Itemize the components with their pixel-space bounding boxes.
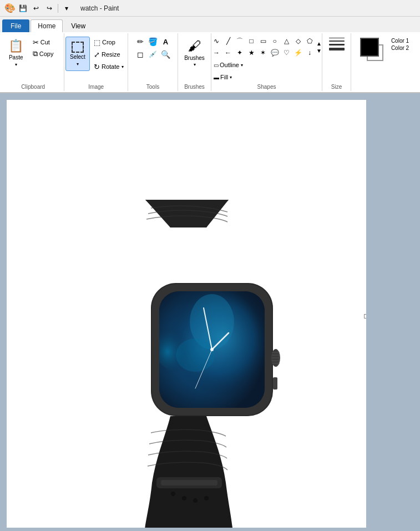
rotate-arrow: ▾ [122,64,124,69]
text-tool[interactable]: A [160,36,172,48]
size-line-1 [329,38,345,38]
svg-rect-22 [161,480,217,486]
color-picker-tool[interactable]: 💉 [147,48,159,60]
brushes-button[interactable]: 🖌 Brushes ▾ [182,36,208,70]
shape-down-arrow[interactable]: ↓ [304,47,315,58]
shapes-label: Shapes [257,84,276,91]
outline-fill-group: ▭ Outline ▾ ▬ Fill ▾ [211,59,246,83]
outline-icon: ▭ [214,62,219,68]
shape-rect[interactable]: □ [246,36,257,47]
resize-button[interactable]: ⤢ Resize [91,49,126,60]
rotate-icon: ↻ [94,63,100,71]
color-labels: Color 1 Color 2 [391,38,409,51]
svg-point-8 [176,338,215,372]
shape-curve[interactable]: ∿ [211,36,222,47]
magnify-tool[interactable]: 🔍 [160,48,172,60]
fill-tool[interactable]: 🪣 [147,36,159,48]
shapes-scroll-arrow[interactable]: ▲ ▼ [316,40,322,54]
tools-grid: ✏ 🪣 A ◻ 💉 🔍 [134,36,172,60]
resize-handle-right[interactable] [364,314,366,318]
resize-label: Resize [102,51,120,58]
crop-label: Crop [102,39,115,45]
tab-file[interactable]: File [2,19,29,32]
color1-swatch[interactable] [360,38,379,57]
shape-arc[interactable]: ⌒ [234,36,245,47]
shape-heart[interactable]: ♡ [281,47,292,58]
size-label: Size [331,84,342,91]
fill-arrow: ▾ [230,75,232,80]
shape-lightning[interactable]: ⚡ [292,47,303,58]
svg-point-26 [204,496,209,500]
size-selector[interactable] [327,36,347,53]
shape-ellipse[interactable]: ○ [269,36,280,47]
shape-star5[interactable]: ★ [246,47,257,58]
save-button[interactable]: 💾 [17,2,29,14]
shape-callout[interactable]: 💬 [269,47,280,58]
color2-label[interactable]: Color 2 [391,45,409,51]
select-label: Select [70,54,85,60]
shapes-down-arrow[interactable]: ▼ [316,48,322,54]
brushes-group: 🖌 Brushes ▾ Brushes [178,33,211,91]
cut-label: Cut [41,39,50,45]
tools-label: Tools [146,84,159,91]
color1-label[interactable]: Color 1 [391,38,409,44]
svg-point-25 [193,498,198,503]
crop-button[interactable]: ⬚ Crop [91,37,126,48]
brushes-group-label: Brushes [184,84,205,91]
color-swatches-container [360,38,388,65]
select-icon [72,42,84,53]
pencil-tool[interactable]: ✏ [134,36,146,48]
cut-button[interactable]: ✂ Cut [30,37,63,48]
brushes-icon: 🖌 [188,38,201,54]
shape-pentagon[interactable]: ⬠ [304,36,315,47]
image-group: Select ▾ ⬚ Crop ⤢ Resize ↻ Rotat [64,33,128,91]
shapes-up-arrow[interactable]: ▲ [316,41,322,47]
shapes-grid: ∿ ╱ ⌒ □ ▭ ○ △ ◇ ⬠ → ← ✦ ★ ✶ 💬 [211,36,315,58]
separator [58,4,58,13]
rotate-label: Rotate [102,63,119,70]
select-button[interactable]: Select ▾ [65,37,90,71]
redo-button[interactable]: ↪ [43,2,55,14]
paste-label: Paste [9,54,23,61]
shape-rounded-rect[interactable]: ▭ [257,36,269,47]
outline-label: Outline [220,62,239,68]
shape-arrow-left[interactable]: ← [222,47,234,58]
canvas-wrapper[interactable] [7,100,366,528]
canvas-area [0,93,420,531]
window-title: watch - Paint [80,4,119,12]
shape-triangle[interactable]: △ [281,36,292,47]
image-column: Select ▾ [65,36,90,71]
crop-icon: ⬚ [94,38,100,47]
shape-arrow-right[interactable]: → [211,47,222,58]
clipboard-group: 📋 Paste ▾ ✂ Cut ⧉ Copy Clipboard [2,33,64,91]
ribbon-tabs: File Home View [0,17,420,32]
tab-view[interactable]: View [64,19,93,32]
customize-button[interactable]: ▾ [60,2,73,14]
fill-button[interactable]: ▬ Fill ▾ [211,72,246,83]
eraser-tool[interactable]: ◻ [134,48,146,60]
shape-star4[interactable]: ✦ [234,47,245,58]
outline-button[interactable]: ▭ Outline ▾ [211,59,246,70]
quick-access-toolbar: 🎨 💾 ↩ ↪ ▾ [4,2,73,14]
resize-icon: ⤢ [94,50,100,59]
right-panel [373,93,420,531]
copy-button[interactable]: ⧉ Copy [30,48,63,59]
image-items: Select ▾ ⬚ Crop ⤢ Resize ↻ Rotat [65,36,126,83]
paste-button[interactable]: 📋 Paste ▾ [3,36,29,70]
svg-point-24 [182,496,186,500]
copy-label: Copy [39,50,54,57]
shape-diamond[interactable]: ◇ [292,36,303,47]
cut-icon: ✂ [33,38,39,47]
size-items [327,36,347,83]
tab-home[interactable]: Home [31,19,63,32]
rotate-button[interactable]: ↻ Rotate ▾ [91,61,126,72]
undo-button[interactable]: ↩ [30,2,42,14]
svg-point-23 [171,492,175,496]
size-line-3 [329,44,345,45]
shape-line[interactable]: ╱ [222,36,234,47]
canvas[interactable] [7,100,366,528]
size-group: Size [322,33,351,91]
brushes-label: Brushes [184,55,205,61]
shape-star6[interactable]: ✶ [257,47,269,58]
brushes-arrow: ▾ [194,62,196,67]
